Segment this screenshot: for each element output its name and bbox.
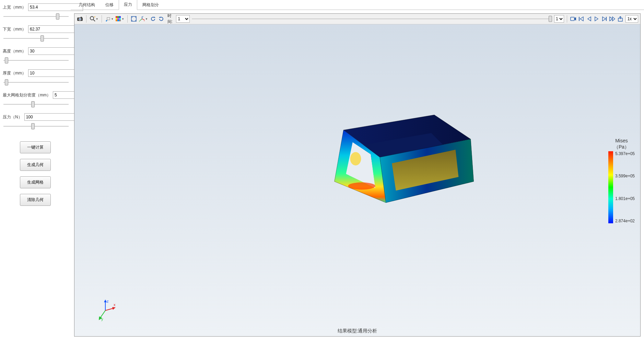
brush-icon[interactable]: ▼ — [104, 14, 114, 23]
svg-text:z: z — [142, 16, 143, 17]
camera-icon[interactable] — [77, 14, 83, 23]
svg-rect-9 — [119, 16, 121, 18]
param-slider[interactable] — [3, 38, 69, 39]
svg-point-35 — [348, 182, 375, 189]
next-frame-icon[interactable] — [601, 14, 608, 23]
tab-应力[interactable]: 应力 — [119, 0, 137, 10]
param-2: 高度（mm） — [3, 47, 68, 62]
svg-marker-38 — [104, 300, 107, 302]
svg-text:y: y — [139, 20, 140, 22]
param-label: 最大网格划分密度（mm） — [3, 92, 51, 98]
separator — [102, 15, 102, 23]
action-button-0[interactable]: 一键计算 — [20, 141, 51, 153]
svg-point-4 — [90, 16, 94, 20]
svg-text:x: x — [144, 20, 145, 22]
fit-view-icon[interactable] — [130, 14, 137, 23]
tab-网格划分[interactable]: 网格划分 — [137, 0, 164, 10]
time-select[interactable]: 1 — [176, 15, 189, 23]
svg-rect-25 — [606, 17, 607, 21]
legend-title: Mises（Pa） — [608, 137, 635, 150]
action-button-column: 一键计算生成几何生成网格清除几何 — [3, 141, 68, 206]
svg-rect-3 — [81, 17, 82, 18]
color-cube-icon[interactable]: ▼ — [115, 14, 125, 23]
svg-rect-15 — [119, 20, 121, 21]
svg-text:y: y — [101, 317, 103, 321]
parameter-sidebar: 上宽（mm） 下宽（mm） 高度（mm） 厚度（mm） 最大网格划分密度（mm）… — [0, 0, 71, 340]
param-1: 下宽（mm） — [3, 25, 68, 40]
param-0: 上宽（mm） — [3, 3, 68, 18]
mises-model-render — [312, 112, 484, 215]
separator — [567, 15, 567, 23]
frame-select[interactable]: 1 — [554, 15, 564, 23]
export-icon[interactable] — [617, 14, 624, 23]
legend-ticks: 5.397e+053.599e+051.801e+052.874e+02 — [615, 151, 635, 223]
svg-point-36 — [350, 152, 361, 165]
param-slider[interactable] — [3, 16, 69, 17]
first-frame-icon[interactable] — [578, 14, 585, 23]
legend-bar — [608, 151, 613, 223]
app-root: 上宽（mm） 下宽（mm） 高度（mm） 厚度（mm） 最大网格划分密度（mm）… — [0, 0, 644, 340]
svg-rect-13 — [116, 20, 117, 21]
viewer-toolbar: ▼ ▼ ▼ zxy▼ 时间: 1 1 — [74, 14, 640, 24]
svg-point-2 — [79, 19, 81, 20]
result-tabs: 几何结构位移应力网格划分 — [71, 0, 644, 10]
svg-rect-6 — [107, 17, 110, 20]
axes-mode-icon[interactable]: zxy▼ — [139, 14, 148, 23]
param-label: 压力（N） — [3, 114, 22, 120]
time-label: 时间: — [167, 13, 174, 25]
legend-tick: 3.599e+05 — [615, 174, 635, 178]
param-label: 下宽（mm） — [3, 26, 26, 32]
rotate-cw-icon[interactable] — [158, 14, 165, 23]
param-slider[interactable] — [3, 60, 69, 61]
legend-tick: 5.397e+05 — [615, 151, 635, 156]
param-slider[interactable] — [3, 126, 69, 127]
zoom-rubberband-icon[interactable]: ▼ — [89, 14, 99, 23]
separator — [127, 15, 128, 23]
tab-位移[interactable]: 位移 — [100, 0, 119, 10]
play-icon[interactable] — [594, 14, 600, 23]
param-5: 压力（N） — [3, 113, 68, 128]
svg-line-19 — [140, 19, 142, 21]
tab-几何结构[interactable]: 几何结构 — [73, 0, 100, 10]
coordinate-triad-icon: z x y — [95, 298, 119, 323]
separator — [86, 15, 86, 23]
param-label: 厚度（mm） — [3, 70, 26, 76]
param-label: 高度（mm） — [3, 48, 26, 54]
svg-marker-41 — [112, 307, 116, 310]
param-slider[interactable] — [3, 104, 69, 105]
svg-rect-11 — [117, 18, 119, 20]
speed-select[interactable]: 1x — [625, 15, 638, 23]
action-button-2[interactable]: 生成网格 — [20, 176, 51, 188]
main-area: 几何结构位移应力网格划分 ▼ ▼ ▼ zxy▼ 时间: 1 1 — [71, 0, 644, 340]
svg-rect-8 — [117, 16, 119, 18]
time-slider[interactable] — [192, 19, 552, 19]
svg-rect-24 — [579, 17, 579, 21]
svg-text:x: x — [114, 303, 116, 307]
svg-rect-7 — [116, 16, 117, 18]
rotate-ccw-icon[interactable] — [150, 14, 156, 23]
result-model-label: 结果模型:通用分析 — [338, 328, 377, 334]
svg-rect-12 — [119, 18, 121, 20]
record-icon[interactable] — [570, 14, 577, 23]
svg-line-5 — [93, 20, 95, 21]
action-button-1[interactable]: 生成几何 — [20, 159, 51, 171]
svg-rect-23 — [571, 17, 574, 21]
viewer-frame: ▼ ▼ ▼ zxy▼ 时间: 1 1 — [74, 13, 641, 337]
prev-frame-icon[interactable] — [586, 14, 592, 23]
legend-tick: 1.801e+05 — [615, 196, 635, 201]
param-3: 厚度（mm） — [3, 69, 68, 84]
legend-tick: 2.874e+02 — [615, 219, 635, 223]
param-slider[interactable] — [3, 82, 69, 83]
param-4: 最大网格划分密度（mm） — [3, 91, 68, 106]
svg-rect-10 — [116, 18, 117, 20]
action-button-3[interactable]: 清除几何 — [20, 194, 51, 206]
result-viewport[interactable]: z x y 结果模型:通用分析 Mises（Pa） 5.397e+053.599… — [74, 24, 640, 336]
svg-text:z: z — [107, 299, 109, 303]
param-label: 上宽（mm） — [3, 4, 26, 10]
color-legend: Mises（Pa） 5.397e+053.599e+051.801e+052.8… — [608, 137, 635, 223]
svg-rect-14 — [117, 20, 119, 21]
last-frame-icon[interactable] — [609, 14, 616, 23]
